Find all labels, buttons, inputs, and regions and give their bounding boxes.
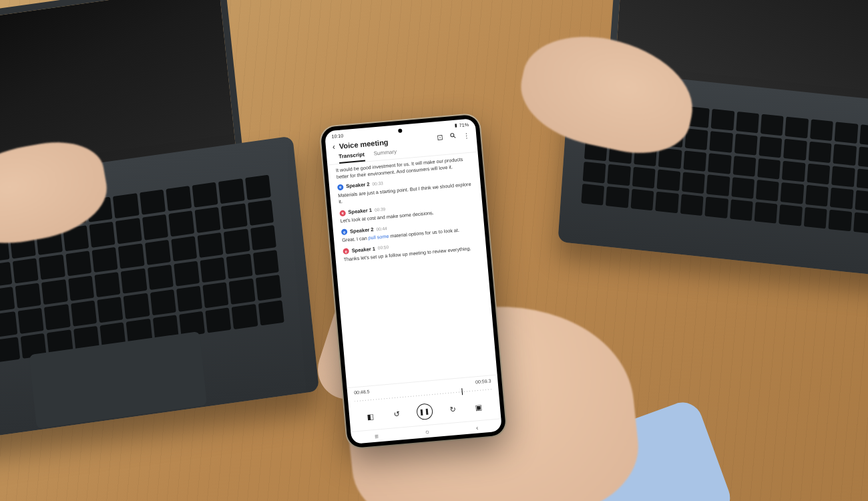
timestamp: 00:39 <box>375 206 386 213</box>
battery-text: 71% <box>459 122 469 127</box>
speaker-icon: e <box>343 248 349 255</box>
svg-line-1 <box>454 136 456 138</box>
speaker-name: Speaker 1 <box>351 245 375 254</box>
back-nav-icon[interactable]: ‹ <box>475 424 478 431</box>
home-icon[interactable]: ○ <box>425 428 429 435</box>
seek-handle[interactable] <box>461 388 463 395</box>
tab-transcript[interactable]: Transcript <box>339 150 365 164</box>
speaker-name: Speaker 2 <box>350 226 374 235</box>
highlighted-phrase: pull some <box>368 233 389 241</box>
forward-button[interactable]: ↻ <box>446 403 459 416</box>
status-time: 10:10 <box>331 133 343 139</box>
recents-icon[interactable]: ≡ <box>375 432 379 440</box>
phone-screen: 10:10 ▮ 71% ‹ Voice meeting ⚀ ⋮ Transcri… <box>324 118 502 444</box>
time-total: 00:59.3 <box>475 378 491 384</box>
signal-icon: ▮ <box>455 122 458 128</box>
tab-summary[interactable]: Summary <box>373 146 397 160</box>
smartphone: 10:10 ▮ 71% ‹ Voice meeting ⚀ ⋮ Transcri… <box>320 114 506 449</box>
speaker-icon: e <box>341 229 348 236</box>
timestamp: 00:44 <box>376 226 387 232</box>
transcript-scroll[interactable]: It would be good investment for us. It w… <box>327 152 497 387</box>
bookmark-button[interactable]: ◧ <box>364 410 377 424</box>
pause-button[interactable]: ❚❚ <box>416 403 433 420</box>
search-icon[interactable] <box>449 132 457 141</box>
speaker-icon: e <box>337 184 344 191</box>
rewind-button[interactable]: ↺ <box>390 407 403 421</box>
speaker-name: Speaker 1 <box>348 207 372 216</box>
photo-scene: 10:10 ▮ 71% ‹ Voice meeting ⚀ ⋮ Transcri… <box>0 0 868 501</box>
speaker-name: Speaker 2 <box>346 182 370 190</box>
back-icon[interactable]: ‹ <box>332 142 335 150</box>
share-icon[interactable]: ⚀ <box>437 134 443 142</box>
timestamp: 00:33 <box>372 181 383 188</box>
svg-point-0 <box>451 134 454 137</box>
time-current: 00:48.5 <box>354 389 370 395</box>
speaker-icon: e <box>339 210 346 216</box>
more-icon[interactable]: ⋮ <box>463 131 470 139</box>
timestamp: 00:50 <box>378 244 389 251</box>
export-button[interactable]: ▣ <box>472 400 485 413</box>
